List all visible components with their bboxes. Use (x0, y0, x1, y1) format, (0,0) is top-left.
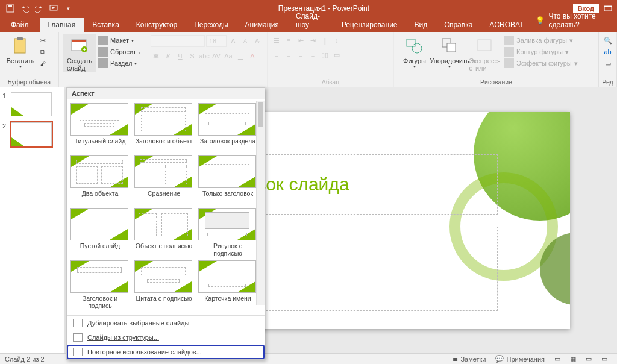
body-placeholder[interactable]: да (239, 227, 498, 311)
redo-icon[interactable] (33, 2, 46, 15)
layout-section-header[interactable]: Заголовок раздела (198, 103, 257, 154)
line-spacing-icon[interactable]: ‖ (319, 35, 330, 46)
align-right-icon[interactable]: ≡ (295, 49, 306, 60)
quick-styles-label: Экспресс- стили (469, 57, 500, 72)
svg-rect-4 (604, 6, 612, 7)
case-icon[interactable]: Aa (223, 51, 234, 61)
clear-format-icon[interactable]: A̶ (252, 36, 263, 46)
align-left-icon[interactable]: ≡ (271, 49, 282, 60)
arrange-button[interactable]: Упорядочить▾ (433, 34, 466, 72)
tab-help[interactable]: Справка (436, 18, 481, 32)
layout-label: Макет (110, 37, 129, 44)
shrink-font-icon[interactable]: A (240, 36, 251, 46)
smartart-icon[interactable]: ▭ (331, 49, 342, 60)
columns-icon[interactable]: ▯▯ (319, 49, 330, 60)
replace-icon[interactable]: ab (603, 46, 613, 57)
layout-quote-caption[interactable]: Цитата с подписью (134, 260, 193, 312)
shadow-icon[interactable]: S (187, 51, 198, 61)
reading-view-icon[interactable]: ▭ (581, 355, 597, 363)
arrange-icon (440, 36, 459, 55)
select-icon[interactable]: ▭ (603, 58, 613, 69)
normal-view-icon[interactable]: ▭ (550, 355, 565, 363)
cut-icon[interactable]: ✂ (37, 35, 48, 46)
underline-icon[interactable]: Ч (175, 51, 186, 61)
layout-button[interactable]: Макет ▾ (96, 35, 142, 46)
signin-button[interactable]: Вход (573, 4, 599, 13)
layout-name-card[interactable]: Карточка имени (198, 260, 257, 312)
thumbnail-2[interactable]: 2 (2, 122, 62, 146)
tab-design[interactable]: Конструктор (128, 18, 186, 32)
layout-title-slide[interactable]: Титульный слайд (70, 103, 130, 154)
align-center-icon[interactable]: ≡ (283, 49, 294, 60)
strike-icon[interactable]: abc (199, 51, 210, 61)
tab-review[interactable]: Рецензирование (333, 18, 406, 32)
qat-more-icon[interactable]: ▾ (61, 2, 75, 15)
find-icon[interactable]: 🔍 (603, 35, 613, 46)
font-name[interactable] (151, 35, 205, 47)
ribbon-options-icon[interactable] (604, 4, 612, 13)
layout-blank[interactable]: Пустой слайд (70, 208, 130, 259)
new-slide-button[interactable]: Создать слайд (63, 34, 96, 72)
bullets-icon[interactable]: ☰ (271, 35, 282, 46)
slideshow-icon[interactable] (47, 2, 60, 15)
numbering-icon[interactable]: ≡ (283, 35, 294, 46)
layout-two-content[interactable]: Два объекта (70, 155, 130, 207)
tell-me[interactable]: 💡 Что вы хотите сделать? (532, 12, 617, 32)
layout-content-caption[interactable]: Объект с подписью (134, 208, 193, 259)
layout-title-caption[interactable]: Заголовок и подпись (70, 260, 130, 312)
effects-label: Эффекты фигуры (516, 60, 572, 67)
new-slide-label: Создать слайд (67, 57, 92, 72)
slides-from-outline-item[interactable]: Слайды из структуры... (67, 330, 265, 345)
thumbnail-1[interactable]: 1 (2, 92, 62, 116)
tab-insert[interactable]: Вставка (84, 18, 128, 32)
copy-icon[interactable]: ⧉ (37, 46, 48, 57)
indent-dec-icon[interactable]: ⇤ (295, 35, 306, 46)
tab-file[interactable]: Файл (0, 18, 40, 32)
tab-view[interactable]: Вид (406, 18, 436, 32)
comments-label: Примечания (506, 356, 545, 363)
shape-fill-button[interactable]: Заливка фигуры ▾ (503, 35, 580, 46)
quick-styles-button[interactable]: Экспресс- стили (468, 34, 501, 72)
shape-effects-button[interactable]: Эффекты фигуры ▾ (503, 58, 580, 69)
undo-icon[interactable] (18, 2, 31, 15)
layout-title-only[interactable]: Только заголовок (198, 155, 257, 207)
paste-button[interactable]: Вставить ▾ (4, 34, 37, 70)
svg-rect-8 (72, 40, 86, 42)
tab-home[interactable]: Главная (40, 18, 84, 32)
notes-button[interactable]: ≣ Заметки (448, 355, 490, 363)
layout-picture-caption[interactable]: Рисунок с подписью (198, 208, 257, 259)
highlight-icon[interactable]: ▁ (235, 51, 246, 61)
layout-comparison[interactable]: Сравнение (134, 155, 193, 207)
sorter-view-icon[interactable]: ▦ (565, 355, 581, 363)
tab-acrobat[interactable]: ACROBAT (481, 18, 532, 32)
indent-inc-icon[interactable]: ⇥ (307, 35, 318, 46)
bold-icon[interactable]: Ж (151, 51, 161, 61)
svg-rect-14 (478, 40, 491, 51)
svg-rect-6 (17, 37, 23, 40)
font-size[interactable]: 18 (206, 35, 227, 47)
layout-label: Сравнение (134, 190, 193, 206)
save-icon[interactable] (4, 2, 17, 15)
tab-transitions[interactable]: Переходы (186, 18, 236, 32)
shapes-button[interactable]: Фигуры▾ (398, 34, 431, 72)
justify-icon[interactable]: ≡ (307, 49, 318, 60)
font-color-icon[interactable]: A (247, 51, 258, 61)
grow-font-icon[interactable]: A (228, 36, 239, 46)
duplicate-slides-item[interactable]: Дублировать выбранные слайды (67, 316, 265, 330)
reuse-slides-item[interactable]: Повторное использование слайдов... (67, 345, 265, 359)
shape-outline-button[interactable]: Контур фигуры ▾ (503, 46, 580, 57)
spacing-icon[interactable]: AV (211, 51, 222, 61)
outline-icon (504, 47, 514, 57)
section-button[interactable]: Раздел ▾ (96, 58, 142, 69)
layout-title-content[interactable]: Заголовок и объект (134, 103, 193, 154)
tab-slideshow[interactable]: Слайд-шоу (287, 10, 333, 32)
reset-button[interactable]: Сбросить (96, 46, 142, 57)
tab-animations[interactable]: Анимация (237, 18, 287, 32)
title-placeholder[interactable]: овок слайда (239, 154, 498, 215)
gallery-scrollbar[interactable] (256, 101, 265, 305)
italic-icon[interactable]: К (163, 51, 174, 61)
text-direction-icon[interactable]: ↕ (331, 35, 342, 46)
slideshow-view-icon[interactable]: ▭ (597, 355, 612, 363)
comments-button[interactable]: 💬 Примечания (490, 355, 550, 363)
format-painter-icon[interactable]: 🖌 (37, 58, 48, 69)
